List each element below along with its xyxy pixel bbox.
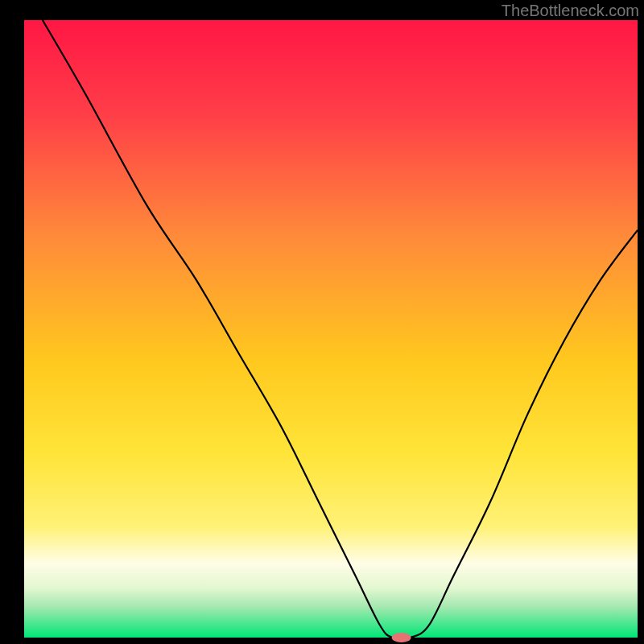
- attribution-text: TheBottleneck.com: [502, 2, 639, 20]
- bottleneck-chart: [0, 0, 644, 644]
- optimal-marker: [392, 633, 411, 642]
- chart-container: TheBottleneck.com: [0, 0, 644, 644]
- plot-area: [24, 20, 638, 638]
